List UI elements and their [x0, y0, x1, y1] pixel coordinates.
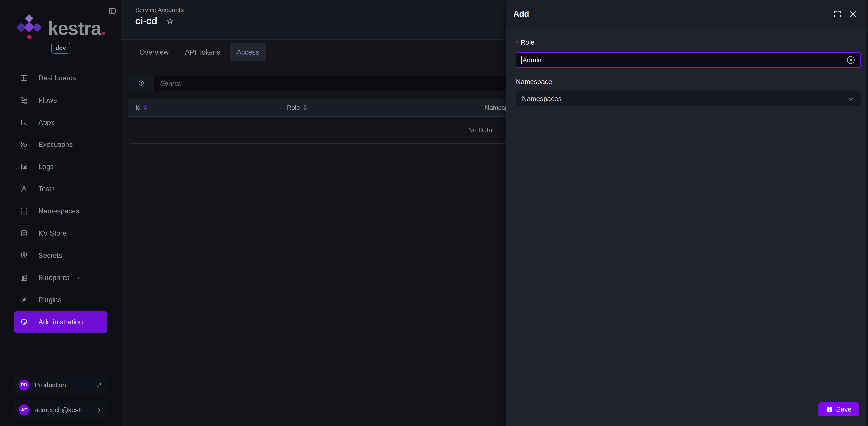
workspace-avatar: PR [19, 379, 30, 391]
sidebar-item-logs[interactable]: Logs [0, 156, 121, 178]
tab-label: Access [237, 48, 259, 56]
drawer-body: *Role Admin Namespace Namespaces Save [506, 29, 868, 426]
tab-api-tokens[interactable]: API Tokens [178, 43, 227, 61]
sidebar-item-label: Flows [38, 96, 57, 104]
swap-icon [96, 381, 103, 389]
user-email: aemerich@kestr... [35, 406, 88, 414]
sidebar-item-label: Tests [38, 185, 55, 193]
add-drawer: Add *Role Admin Namespace Namespaces [506, 0, 868, 426]
environment-badge-row: dev [0, 42, 121, 54]
tab-overview[interactable]: Overview [133, 43, 176, 61]
sort-arrows-icon [144, 105, 147, 110]
shield-account-icon [20, 318, 28, 326]
history-icon [137, 80, 145, 87]
view-dashboard-icon [20, 74, 28, 82]
kestra-app: kestra. dev Dashboards Flows Apps Execut… [0, 0, 868, 426]
sidebar-item-label: Blueprints [38, 274, 70, 282]
tab-label: API Tokens [185, 48, 220, 56]
sort-arrows-icon [303, 105, 307, 110]
role-input-value: Admin [522, 56, 541, 64]
sidebar-item-blueprints[interactable]: Blueprints [0, 267, 121, 289]
save-button[interactable]: Save [818, 402, 859, 416]
chevron-right-icon [89, 319, 94, 325]
flask-icon [20, 185, 28, 193]
column-header-id[interactable]: Id [135, 99, 147, 116]
chevron-right-icon [76, 275, 81, 280]
user-avatar: AE [19, 404, 30, 415]
namespace-select-value: Namespaces [522, 95, 561, 103]
environment-badge: dev [51, 42, 70, 54]
tab-bar: Overview API Tokens Access [133, 43, 266, 62]
kestra-logo-icon [16, 15, 42, 41]
sidebar-item-label: Administration [38, 318, 83, 326]
expand-icon[interactable] [833, 10, 842, 18]
tab-label: Overview [140, 48, 168, 56]
sidebar-menu: Dashboards Flows Apps Executions Logs Te… [0, 67, 121, 333]
drawer-title: Add [513, 9, 529, 19]
logs-icon [20, 163, 28, 171]
column-header-role[interactable]: Role [287, 99, 307, 116]
sidebar-item-label: Namespaces [38, 207, 79, 215]
kestra-logo[interactable]: kestra. [0, 15, 121, 41]
sidebar-item-apps[interactable]: Apps [0, 111, 121, 134]
blueprints-icon [20, 274, 28, 282]
apps-icon [20, 118, 28, 126]
chevron-right-icon [96, 406, 103, 413]
sidebar-item-label: Secrets [38, 252, 62, 260]
no-data-text: No Data [468, 126, 492, 134]
sidebar-item-label: KV Store [38, 229, 66, 237]
page-title: ci-cd [135, 16, 157, 26]
role-field-label: *Role [516, 38, 861, 46]
text-caret [521, 56, 522, 64]
search-history-button[interactable] [128, 76, 154, 90]
flows-icon [20, 96, 28, 104]
user-menu[interactable]: AE aemerich@kestr... [14, 401, 107, 419]
sidebar-item-label: Logs [38, 163, 54, 171]
namespace-select[interactable]: Namespaces [516, 91, 861, 106]
sidebar-item-secrets[interactable]: Secrets [0, 245, 121, 267]
breadcrumb[interactable]: Service Accounts [135, 6, 184, 13]
sidebar-item-namespaces[interactable]: Namespaces [0, 200, 121, 222]
plug-icon [20, 296, 28, 304]
drawer-scrollbar[interactable] [866, 0, 868, 426]
sidebar-item-label: Executions [38, 141, 73, 149]
drawer-header: Add [506, 0, 868, 28]
sidebar-item-executions[interactable]: Executions [0, 134, 121, 156]
workspace-switcher[interactable]: PR Production [14, 376, 107, 394]
kestra-wordmark: kestra. [48, 19, 106, 38]
star-icon[interactable] [166, 17, 174, 25]
panel-collapse-icon[interactable] [108, 7, 116, 15]
save-icon [826, 405, 833, 413]
required-mark: * [516, 39, 518, 46]
sidebar: kestra. dev Dashboards Flows Apps Execut… [0, 0, 122, 426]
clear-circle-icon[interactable] [846, 55, 856, 65]
column-label: Id [135, 104, 141, 111]
role-input[interactable]: Admin [516, 52, 861, 68]
column-label: Role [287, 104, 300, 111]
sidebar-item-dashboards[interactable]: Dashboards [0, 67, 121, 89]
sidebar-item-tests[interactable]: Tests [0, 178, 121, 200]
close-icon[interactable] [848, 10, 857, 18]
executions-icon [20, 141, 28, 149]
save-button-label: Save [836, 405, 851, 413]
tab-access[interactable]: Access [230, 43, 266, 61]
sidebar-item-plugins[interactable]: Plugins [0, 289, 121, 311]
workspace-name: Production [35, 381, 66, 389]
sidebar-item-kv-store[interactable]: KV Store [0, 222, 121, 245]
sidebar-item-administration[interactable]: Administration [0, 311, 121, 333]
sidebar-item-flows[interactable]: Flows [0, 89, 121, 111]
chevron-down-icon [847, 95, 855, 102]
sidebar-item-label: Dashboards [38, 74, 76, 82]
sidebar-item-label: Plugins [38, 296, 61, 304]
dots-grid-icon [20, 207, 28, 215]
sidebar-item-label: Apps [38, 118, 55, 126]
namespace-field-label: Namespace [516, 78, 861, 86]
database-icon [20, 229, 28, 237]
shield-key-icon [20, 252, 28, 260]
